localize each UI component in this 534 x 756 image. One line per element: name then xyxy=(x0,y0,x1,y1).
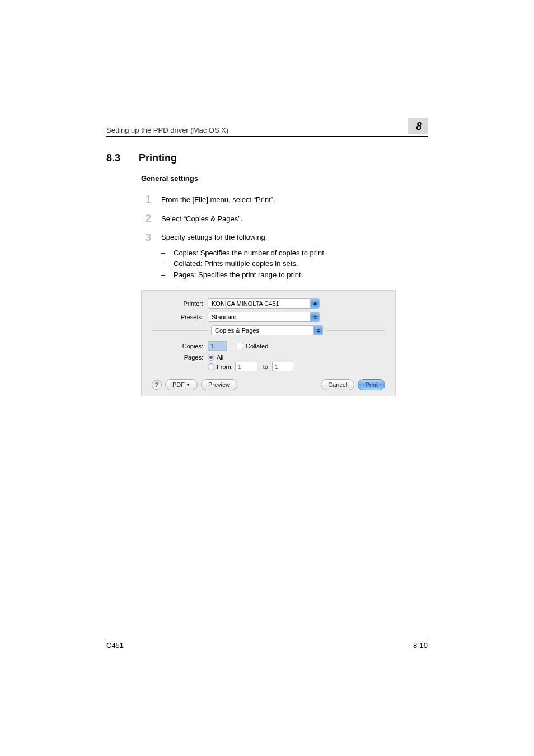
pages-from-radio[interactable] xyxy=(208,363,214,370)
section-heading: 8.3 Printing xyxy=(106,152,428,164)
printer-value: KONICA MINOLTA C451 xyxy=(212,300,279,307)
copies-input[interactable]: 1 xyxy=(208,341,227,351)
pages-all-label: All xyxy=(217,354,223,361)
copies-label: Copies: xyxy=(152,343,208,349)
pages-all-radio[interactable] xyxy=(208,354,214,361)
chapter-number: 8 xyxy=(416,119,422,133)
print-button[interactable]: Print xyxy=(358,379,385,390)
panel-select[interactable]: Copies & Pages xyxy=(211,325,323,335)
chevron-updown-icon xyxy=(310,312,319,322)
chapter-badge: 8 xyxy=(408,118,428,134)
panel-value: Copies & Pages xyxy=(215,327,259,334)
page-footer: C451 8-10 xyxy=(106,638,428,650)
footer-pagenum: 8-10 xyxy=(413,641,428,650)
step-text: From the [File] menu, select “Print”. xyxy=(161,194,275,205)
footer-model: C451 xyxy=(106,641,124,650)
printer-label: Printer: xyxy=(152,300,208,307)
subheading: General settings xyxy=(141,174,428,183)
chevron-updown-icon xyxy=(310,298,319,309)
step-1: 1 From the [File] menu, select “Print”. xyxy=(141,194,428,205)
section-title: Printing xyxy=(139,152,177,164)
bullet-item: Copies: Specifies the number of copies t… xyxy=(174,248,326,259)
bullet-item: Collated: Prints multiple copies in sets… xyxy=(174,258,298,269)
preview-button[interactable]: Preview xyxy=(201,379,237,390)
step-number: 1 xyxy=(141,194,151,205)
page-header: Setting up the PPD driver (Mac OS X) 8 xyxy=(106,118,428,137)
step-number: 2 xyxy=(141,213,151,224)
section-number: 8.3 xyxy=(106,152,125,164)
pages-label: Pages: xyxy=(152,354,208,361)
to-label: to: xyxy=(263,363,270,370)
chevron-updown-icon xyxy=(313,325,322,335)
breadcrumb: Setting up the PPD driver (Mac OS X) xyxy=(106,126,228,134)
from-input[interactable]: 1 xyxy=(235,362,257,371)
printer-select[interactable]: KONICA MINOLTA C451 xyxy=(208,298,320,309)
step-3: 3 Specify settings for the following: –C… xyxy=(141,232,428,280)
presets-value: Standard xyxy=(212,314,237,320)
from-label: From: xyxy=(217,363,233,370)
bullet-list: –Copies: Specifies the number of copies … xyxy=(161,248,326,281)
to-input[interactable]: 1 xyxy=(272,362,294,371)
step-2: 2 Select “Copies & Pages”. xyxy=(141,213,428,224)
step-text: Select “Copies & Pages”. xyxy=(161,213,242,224)
cancel-button[interactable]: Cancel xyxy=(321,379,354,390)
chevron-down-icon: ▼ xyxy=(186,382,190,388)
presets-select[interactable]: Standard xyxy=(208,312,320,322)
step-number: 3 xyxy=(141,232,151,280)
presets-label: Presets: xyxy=(152,314,208,320)
step-text: Specify settings for the following: xyxy=(161,232,267,241)
print-dialog: Printer: KONICA MINOLTA C451 Presets: St… xyxy=(141,290,396,396)
pdf-button[interactable]: PDF▼ xyxy=(165,379,198,390)
bullet-item: Pages: Specifies the print range to prin… xyxy=(174,269,303,281)
help-button[interactable]: ? xyxy=(152,380,162,390)
collated-label: Collated xyxy=(246,343,268,349)
collated-checkbox[interactable] xyxy=(237,343,243,349)
